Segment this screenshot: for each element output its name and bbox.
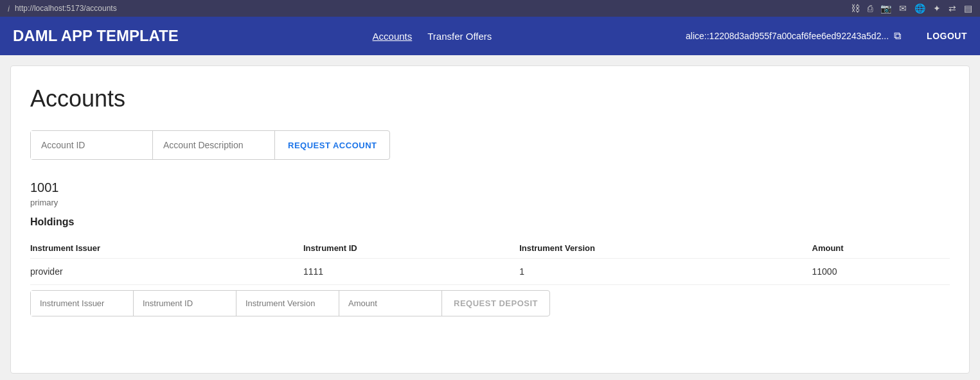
table-row: provider 1111 1 11000: [30, 259, 950, 285]
sync-icon[interactable]: ⇄: [949, 3, 956, 13]
request-account-button[interactable]: REQUEST ACCOUNT: [275, 132, 389, 159]
cell-instrument-issuer: provider: [30, 259, 303, 285]
deposit-instrument-id-input[interactable]: [134, 291, 236, 316]
account-id-input[interactable]: [31, 131, 153, 159]
app-title: DAML APP TEMPLATE: [13, 27, 179, 45]
col-instrument-issuer: Instrument Issuer: [30, 238, 303, 259]
sidebar-icon[interactable]: ▤: [964, 3, 972, 13]
page-title: Accounts: [30, 85, 950, 112]
deposit-instrument-version-input[interactable]: [236, 291, 339, 316]
browser-url: http://localhost:5173/accounts: [15, 4, 117, 13]
star-icon[interactable]: ✦: [933, 3, 941, 13]
copy-icon[interactable]: ⧉: [894, 30, 901, 42]
cell-amount: 11000: [812, 259, 950, 285]
info-icon: i: [8, 4, 10, 13]
logout-button[interactable]: LOGOUT: [927, 31, 967, 41]
account-item: 1001 primary Holdings Instrument Issuer …: [30, 180, 950, 316]
main-content: Accounts REQUEST ACCOUNT 1001 primary Ho…: [10, 65, 970, 374]
cell-instrument-version: 1: [519, 259, 812, 285]
user-info: alice::12208d3ad955f7a00caf6fee6ed92243a…: [686, 30, 901, 42]
account-id-value: 1001: [30, 180, 950, 195]
account-description-value: primary: [30, 198, 950, 207]
holdings-title: Holdings: [30, 216, 950, 228]
col-instrument-id: Instrument ID: [303, 238, 519, 259]
deposit-instrument-issuer-input[interactable]: [31, 291, 134, 316]
globe-icon[interactable]: 🌐: [914, 3, 925, 13]
col-amount: Amount: [812, 238, 950, 259]
account-request-form: REQUEST ACCOUNT: [30, 130, 390, 160]
account-description-input[interactable]: [153, 131, 275, 159]
user-id: alice::12208d3ad955f7a00caf6fee6ed92243a…: [686, 31, 889, 41]
holdings-table: Instrument Issuer Instrument ID Instrume…: [30, 238, 950, 285]
browser-bar: i http://localhost:5173/accounts ⛓ ⎙ 📷 ✉…: [0, 0, 980, 17]
col-instrument-version: Instrument Version: [519, 238, 812, 259]
request-deposit-button[interactable]: REQUEST DEPOSIT: [442, 291, 549, 316]
camera-icon[interactable]: 📷: [880, 3, 891, 13]
nav-link-transfer-offers[interactable]: Transfer Offers: [427, 31, 492, 42]
app-header: DAML APP TEMPLATE Accounts Transfer Offe…: [0, 17, 980, 55]
nav-links: Accounts Transfer Offers: [373, 31, 492, 42]
cell-instrument-id: 1111: [303, 259, 519, 285]
deposit-amount-input[interactable]: [339, 291, 442, 316]
mail-icon[interactable]: ✉: [899, 3, 907, 13]
nav-link-accounts[interactable]: Accounts: [373, 31, 413, 42]
screenshot-icon[interactable]: ⎙: [868, 3, 873, 13]
link-icon[interactable]: ⛓: [851, 3, 860, 13]
table-header-row: Instrument Issuer Instrument ID Instrume…: [30, 238, 950, 259]
browser-icons: ⛓ ⎙ 📷 ✉ 🌐 ✦ ⇄ ▤: [851, 3, 972, 13]
deposit-request-form: REQUEST DEPOSIT: [30, 290, 550, 316]
